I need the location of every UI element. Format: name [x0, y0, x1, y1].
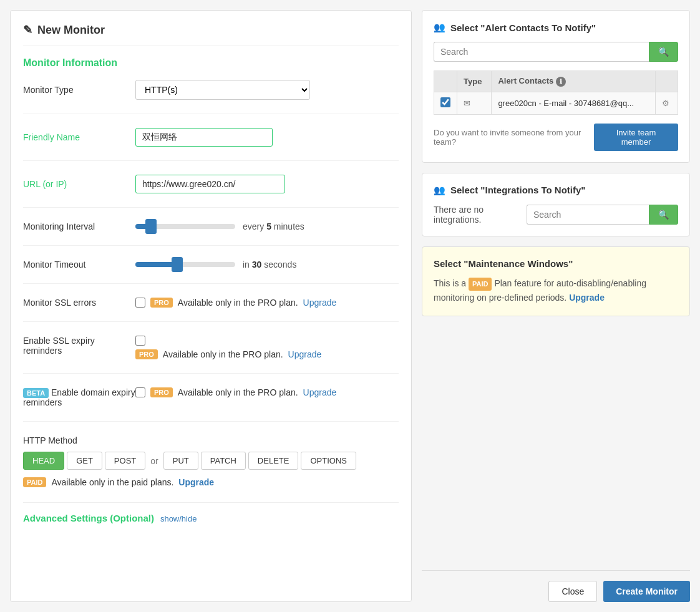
domain-expiry-checkbox[interactable] [135, 387, 145, 397]
ssl-expiry-content: PRO Available only in the PRO plan. Upgr… [135, 336, 321, 359]
domain-expiry-inline: PRO Available only in the PRO plan. Upgr… [135, 387, 336, 397]
paid-notice: PAID Available only in the paid plans. U… [23, 477, 399, 487]
integrations-card: 👥 Select "Integrations To Notify" There … [422, 173, 690, 236]
http-method-put[interactable]: PUT [163, 452, 198, 470]
close-button[interactable]: Close [548, 581, 597, 602]
monitoring-interval-slider-wrapper: every 5 minutes [135, 221, 304, 231]
maintenance-text-part2: Plan feature for auto-disabling/enabling… [434, 278, 646, 303]
alert-contacts-search-input[interactable] [434, 42, 649, 62]
create-monitor-button[interactable]: Create Monitor [603, 581, 690, 602]
ssl-errors-inline: PRO Available only in the PRO plan. Upgr… [135, 298, 336, 308]
contact-checkbox[interactable] [440, 97, 450, 107]
domain-expiry-pro-text: Available only in the PRO plan. [178, 387, 298, 397]
gear-icon[interactable]: ⚙ [662, 99, 669, 108]
http-method-head[interactable]: HEAD [23, 452, 64, 470]
integrations-title-text: Select "Integrations To Notify" [450, 185, 585, 195]
http-method-upgrade-link[interactable]: Upgrade [178, 477, 214, 487]
url-input[interactable] [135, 175, 285, 193]
monitor-type-select[interactable]: HTTP(s) Keyword Ping Port Heartbeat [135, 80, 310, 100]
advanced-settings-show-hide[interactable]: show/hide [160, 514, 197, 523]
info-icon[interactable]: ℹ [556, 77, 566, 87]
ssl-errors-upgrade-link[interactable]: Upgrade [303, 298, 337, 308]
ssl-errors-pro-badge: PRO [150, 298, 173, 308]
maintenance-card: Select "Maintenance Windows" This is a P… [422, 246, 690, 317]
monitor-timeout-fill [135, 262, 175, 267]
http-method-delete[interactable]: DELETE [248, 452, 299, 470]
friendly-name-input[interactable] [135, 128, 273, 147]
http-method-get[interactable]: GET [67, 452, 102, 470]
invite-row: Do you want to invite someone from your … [434, 124, 678, 151]
integrations-row: There are no integrations. 🔍 [434, 205, 678, 225]
friendly-name-group: Friendly Name [23, 128, 399, 161]
contact-name: gree020cn - E-mail - 30748681@qq... [498, 99, 634, 108]
monitoring-interval-track[interactable] [135, 224, 235, 229]
integrations-search-button[interactable]: 🔍 [649, 205, 678, 225]
monitor-type-label: Monitor Type [23, 85, 135, 95]
ssl-errors-content: PRO Available only in the PRO plan. Upgr… [135, 298, 336, 308]
ssl-expiry-group: Enable SSL expiry reminders PRO Availabl… [23, 336, 399, 374]
domain-expiry-upgrade-link[interactable]: Upgrade [303, 387, 337, 397]
invite-text: Do you want to invite someone from your … [434, 128, 594, 147]
ssl-expiry-upgrade-link[interactable]: Upgrade [288, 349, 322, 359]
integrations-title: 👥 Select "Integrations To Notify" [434, 185, 678, 196]
monitor-timeout-label: Monitor Timeout [23, 260, 135, 270]
monitoring-interval-value-label: every 5 minutes [243, 221, 304, 231]
domain-expiry-label: BETA Enable domain expiry reminders [23, 387, 135, 407]
monitor-timeout-slider-wrapper: in 30 seconds [135, 260, 296, 270]
invite-team-member-button[interactable]: Invite team member [594, 124, 678, 151]
maintenance-text-part1: This is a [434, 278, 466, 288]
contacts-col-check [434, 71, 457, 92]
alert-contacts-title: 👥 Select "Alert Contacts To Notify" [434, 22, 678, 33]
http-method-or: or [150, 456, 158, 466]
ssl-errors-pro-text: Available only in the PRO plan. [178, 298, 298, 308]
paid-badge: PAID [23, 477, 46, 487]
monitor-info-section-title: Monitor Information [23, 57, 399, 69]
monitor-timeout-value-label: in 30 seconds [243, 260, 296, 270]
ssl-expiry-checkbox[interactable] [135, 336, 145, 346]
integrations-search-input[interactable] [527, 205, 649, 225]
monitor-timeout-value: 30 [252, 260, 262, 270]
domain-expiry-group: BETA Enable domain expiry reminders PRO … [23, 387, 399, 422]
friendly-name-label: Friendly Name [23, 132, 135, 142]
advanced-settings-section: Advanced Settings (Optional) show/hide [23, 502, 399, 523]
url-group: URL (or IP) [23, 175, 399, 208]
monitoring-interval-thumb[interactable] [145, 219, 157, 234]
ssl-expiry-badge-row: PRO Available only in the PRO plan. Upgr… [135, 349, 321, 359]
ssl-errors-checkbox[interactable] [135, 298, 145, 308]
http-method-options[interactable]: OPTIONS [301, 452, 356, 470]
monitor-timeout-track[interactable] [135, 262, 235, 267]
monitor-timeout-group: Monitor Timeout in 30 seconds [23, 260, 399, 284]
monitoring-interval-label: Monitoring Interval [23, 221, 135, 231]
ssl-errors-label: Monitor SSL errors [23, 298, 135, 308]
alert-contacts-title-text: Select "Alert Contacts To Notify" [450, 22, 596, 33]
panel-title: ✎ New Monitor [23, 23, 399, 46]
integrations-icon: 👥 [434, 185, 445, 196]
contact-gear-cell: ⚙ [655, 92, 678, 114]
http-method-section: HTTP Method HEAD GET POST or PUT PATCH D… [23, 435, 399, 487]
monitor-type-group: Monitor Type HTTP(s) Keyword Ping Port H… [23, 80, 399, 114]
ssl-errors-group: Monitor SSL errors PRO Available only in… [23, 298, 399, 322]
http-method-patch[interactable]: PATCH [201, 452, 246, 470]
alert-contacts-search-button[interactable]: 🔍 [649, 42, 678, 62]
url-label: URL (or IP) [23, 179, 135, 189]
monitor-timeout-thumb[interactable] [172, 257, 183, 272]
ssl-expiry-pro-text: Available only in the PRO plan. [163, 349, 283, 359]
contacts-table: Type Alert Contacts ℹ ✉ [434, 70, 678, 115]
left-panel: ✎ New Monitor Monitor Information Monito… [10, 10, 412, 602]
contact-type-cell: ✉ [457, 92, 492, 114]
monitoring-interval-value: 5 [266, 221, 271, 231]
domain-expiry-pro-badge: PRO [150, 387, 173, 397]
domain-expiry-beta-badge: BETA [23, 388, 49, 398]
http-method-label: HTTP Method [23, 435, 399, 445]
maintenance-paid-badge: PAID [469, 278, 492, 291]
mail-icon: ✉ [464, 99, 470, 108]
ssl-expiry-checkbox-row [135, 336, 321, 346]
edit-icon: ✎ [23, 23, 32, 37]
contact-name-cell: gree020cn - E-mail - 30748681@qq... [492, 92, 655, 114]
http-method-post[interactable]: POST [105, 452, 145, 470]
domain-expiry-content: PRO Available only in the PRO plan. Upgr… [135, 387, 336, 397]
http-method-buttons: HEAD GET POST or PUT PATCH DELETE OPTION… [23, 452, 399, 470]
maintenance-upgrade-link[interactable]: Upgrade [569, 293, 605, 303]
no-integrations-text: There are no integrations. [434, 205, 527, 225]
alert-contacts-search-row: 🔍 [434, 42, 678, 62]
